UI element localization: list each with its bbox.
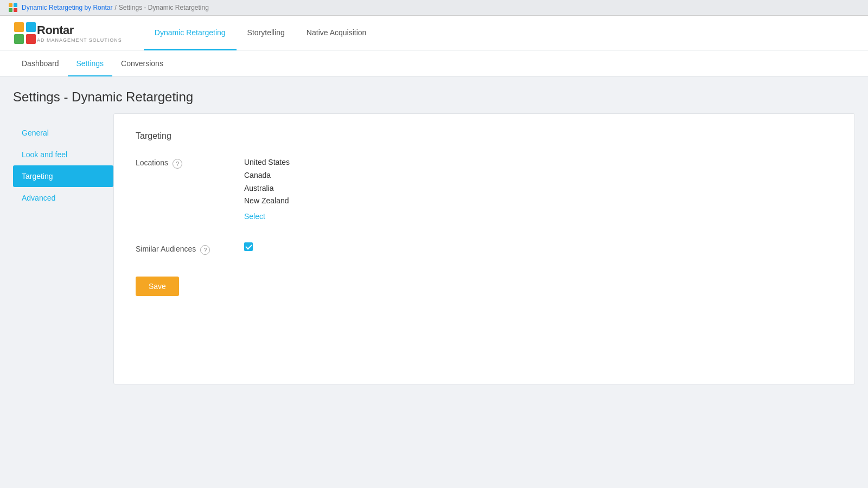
settings-panel: Targeting Locations ? United States Cana…	[113, 113, 855, 384]
page-header: Settings - Dynamic Retargeting	[0, 76, 868, 113]
rontar-logo-icon	[13, 21, 37, 45]
locations-value: United States Canada Australia New Zeala…	[244, 156, 833, 221]
nav-dynamic-retargeting[interactable]: Dynamic Retargeting	[144, 16, 237, 50]
list-item: New Zealand	[244, 195, 833, 208]
page-title: Settings - Dynamic Retargeting	[13, 89, 855, 105]
nav-storytelling[interactable]: Storytelling	[237, 16, 296, 50]
similar-audiences-help-icon[interactable]: ?	[200, 245, 210, 255]
tab-conversions[interactable]: Conversions	[112, 51, 172, 76]
similar-audiences-checkbox[interactable]	[244, 242, 253, 251]
list-item: United States	[244, 156, 833, 169]
save-button[interactable]: Save	[136, 277, 179, 296]
breadcrumb-separator: /	[114, 4, 116, 11]
top-nav: Rontar AD MANAGEMENT SOLUTIONS Dynamic R…	[0, 16, 868, 50]
svg-rect-5	[26, 22, 36, 32]
similar-audiences-value	[244, 242, 833, 251]
breadcrumb-link1[interactable]: Dynamic Retargeting by Rontar	[22, 4, 112, 11]
sidebar-item-advanced[interactable]: Advanced	[13, 187, 113, 209]
similar-audiences-label: Similar Audiences ?	[136, 242, 244, 255]
svg-rect-1	[14, 3, 17, 7]
list-item: Canada	[244, 169, 833, 182]
locations-row: Locations ? United States Canada Austral…	[136, 156, 833, 221]
section-title: Targeting	[136, 131, 833, 141]
sidebar-item-general[interactable]: General	[13, 122, 113, 144]
favicon-icon	[9, 3, 17, 12]
list-item: Australia	[244, 182, 833, 195]
svg-rect-6	[14, 34, 24, 44]
main-content: General Look and feel Targeting Advanced…	[0, 113, 868, 397]
breadcrumb-current: Settings - Dynamic Retargeting	[119, 4, 209, 11]
tab-settings[interactable]: Settings	[68, 51, 113, 76]
sidebar-item-targeting[interactable]: Targeting	[13, 165, 113, 187]
sub-nav: Dashboard Settings Conversions	[0, 50, 868, 76]
sidebar-item-look-and-feel[interactable]: Look and feel	[13, 144, 113, 165]
breadcrumb: Dynamic Retargeting by Rontar / Settings…	[22, 4, 209, 11]
locations-label: Locations ?	[136, 156, 244, 169]
svg-rect-7	[26, 34, 36, 44]
similar-audiences-row: Similar Audiences ?	[136, 242, 833, 255]
locations-help-icon[interactable]: ?	[173, 159, 182, 169]
sidebar: General Look and feel Targeting Advanced	[13, 113, 113, 384]
svg-rect-2	[9, 8, 12, 12]
svg-rect-3	[14, 8, 17, 12]
select-locations-link[interactable]: Select	[244, 212, 265, 221]
main-nav: Dynamic Retargeting Storytelling Native …	[144, 16, 378, 50]
svg-rect-0	[9, 3, 12, 7]
locations-list: United States Canada Australia New Zeala…	[244, 156, 833, 208]
tab-dashboard[interactable]: Dashboard	[13, 51, 68, 76]
logo-area: Rontar AD MANAGEMENT SOLUTIONS	[13, 21, 122, 45]
nav-native-acquisition[interactable]: Native Acquisition	[296, 16, 378, 50]
logo-text: Rontar AD MANAGEMENT SOLUTIONS	[37, 23, 122, 43]
brand-tagline: AD MANAGEMENT SOLUTIONS	[37, 37, 122, 43]
brand-name: Rontar	[37, 23, 122, 37]
browser-bar: Dynamic Retargeting by Rontar / Settings…	[0, 0, 868, 16]
svg-rect-4	[14, 22, 24, 32]
